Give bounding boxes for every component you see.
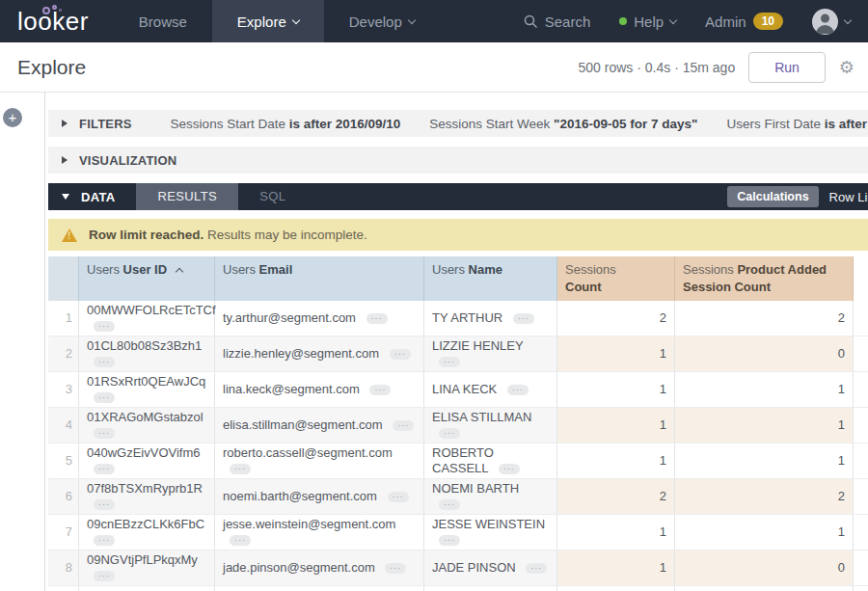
cell-user-id[interactable]: 0Ai6GNCGszHC4qlF ··· — [79, 586, 215, 591]
cell-user-id[interactable]: 01CL80b08Sz3Bzh1 ··· — [79, 336, 215, 371]
filter-item[interactable]: Sessions Start Week "2016-09-05 for 7 da… — [429, 117, 697, 131]
cell-user-id[interactable]: 09NGVtjPfLPkqxMy ··· — [79, 551, 215, 585]
tab-sql[interactable]: SQL — [238, 183, 307, 210]
cell-name[interactable]: JADE PINSON ··· — [424, 551, 557, 585]
nav-item-develop[interactable]: Develop — [324, 0, 440, 42]
cell-menu-icon[interactable]: ··· — [526, 563, 547, 574]
cell-menu-icon[interactable]: ··· — [513, 313, 534, 324]
nav-admin[interactable]: Admin 10 — [705, 13, 783, 30]
run-button[interactable]: Run — [748, 52, 826, 83]
cell-menu-icon[interactable]: ··· — [385, 563, 406, 574]
visualization-bar[interactable]: VISUALIZATION — [48, 147, 868, 174]
cell-email-value: jade.pinson@segment.com ··· — [223, 560, 406, 576]
cell-name[interactable]: TY ARTHUR ··· — [424, 301, 557, 336]
cell-name[interactable]: ROBERTO CASSELL ··· — [424, 443, 557, 478]
column-header-product-added-session-count[interactable]: Sessions Product Added Session Count — [675, 256, 854, 301]
cell-sessions-count[interactable]: 2 — [557, 479, 675, 514]
cell-menu-icon[interactable]: ··· — [439, 428, 460, 439]
cell-sessions-count[interactable]: 1 — [557, 336, 675, 371]
cell-sessions-count[interactable]: 1 — [557, 443, 675, 478]
cell-user-id[interactable]: 07f8bTSXmRyprb1R ··· — [79, 479, 215, 514]
cell-menu-icon[interactable]: ··· — [388, 492, 409, 502]
cell-email[interactable]: lizzie.henley@segment.com ··· — [215, 336, 424, 371]
nav-search[interactable]: Search — [524, 13, 591, 30]
column-header-name[interactable]: Users Name — [424, 256, 557, 301]
nav-item-explore[interactable]: Explore — [212, 0, 324, 42]
cell-product-added-session-count-value: 1 — [838, 382, 845, 397]
cell-email[interactable]: jade.pinson@segment.com ··· — [215, 551, 424, 585]
cell-sessions-count[interactable]: 2 — [557, 301, 675, 336]
cell-name[interactable]: JESSE WEINSTEIN ··· — [424, 515, 557, 550]
cell-email[interactable]: noemi.barth@segment.com ··· — [215, 479, 424, 514]
cell-menu-icon[interactable]: ··· — [439, 357, 460, 367]
nav-help[interactable]: Help — [619, 13, 676, 30]
cell-user-id[interactable]: 040wGzEivVOVifm6 ··· — [79, 443, 215, 478]
nav-user-menu[interactable] — [812, 9, 851, 35]
cell-email[interactable]: jamal.keefe@segment.com ··· — [215, 586, 424, 591]
cell-user-id[interactable]: 01XRAGoMGstabzol ··· — [79, 408, 215, 443]
cell-user-id[interactable]: 09cnEBzzCLKk6FbC ··· — [79, 515, 215, 550]
cell-menu-icon[interactable]: ··· — [94, 357, 115, 367]
cell-name[interactable]: LIZZIE HENLEY ··· — [424, 336, 557, 371]
cell-email[interactable]: elisa.stillman@segment.com ··· — [215, 408, 424, 443]
cell-menu-icon[interactable]: ··· — [393, 420, 414, 431]
table-row: 201CL80b08Sz3Bzh1 ···lizzie.henley@segme… — [48, 336, 868, 372]
cell-email[interactable]: ty.arthur@segment.com ··· — [215, 301, 424, 336]
cell-menu-icon[interactable]: ··· — [390, 349, 411, 360]
filter-item[interactable]: Users First Date is after 2016/09/10 — [727, 117, 868, 131]
cell-menu-icon[interactable]: ··· — [439, 499, 460, 510]
cell-menu-icon[interactable]: ··· — [230, 535, 251, 546]
caret-down-icon[interactable] — [62, 194, 69, 200]
cell-product-added-session-count[interactable]: 0 — [675, 336, 854, 371]
cell-product-added-session-count[interactable]: 1 — [675, 515, 854, 550]
cell-product-added-session-count[interactable]: 1 — [675, 408, 854, 443]
cell-product-added-session-count[interactable]: 1 — [675, 586, 854, 591]
cell-product-added-session-count[interactable]: 0 — [675, 551, 854, 585]
gear-icon[interactable]: ⚙ — [839, 59, 854, 76]
cell-product-added-session-count[interactable]: 1 — [675, 443, 854, 478]
cell-sessions-count[interactable]: 1 — [557, 586, 675, 591]
cell-sessions-count[interactable]: 1 — [557, 372, 675, 407]
cell-menu-icon[interactable]: ··· — [366, 313, 388, 324]
cell-product-added-session-count[interactable]: 1 — [675, 372, 854, 407]
cell-email[interactable]: roberto.cassell@segment.com ··· — [215, 443, 424, 478]
cell-menu-icon[interactable]: ··· — [94, 392, 115, 403]
cell-sessions-count[interactable]: 1 — [557, 515, 675, 550]
nav-item-browse[interactable]: Browse — [114, 0, 212, 42]
column-header-sessions-count[interactable]: Sessions Count — [557, 256, 675, 301]
cell-menu-icon[interactable]: ··· — [439, 535, 460, 546]
cell-menu-icon[interactable]: ··· — [94, 321, 115, 332]
cell-user-id[interactable]: 01RSxRrt0QEAwJCq ··· — [79, 372, 215, 407]
cell-name[interactable]: JAMAL KEEFE ··· — [424, 586, 557, 591]
filters-bar[interactable]: FILTERS Sessions Start Date is after 201… — [48, 110, 868, 137]
cell-menu-icon[interactable]: ··· — [507, 385, 529, 395]
cell-menu-icon[interactable]: ··· — [94, 535, 115, 546]
cell-user-id[interactable]: 00MWWFOLRcETcTCf ··· — [79, 301, 215, 336]
cell-sessions-count[interactable]: 1 — [557, 551, 675, 585]
cell-product-added-session-count[interactable]: 2 — [675, 301, 854, 336]
filter-item[interactable]: Sessions Start Date is after 2016/09/10 — [171, 117, 401, 131]
looker-logo[interactable]: looker — [0, 0, 114, 42]
cell-email[interactable]: jesse.weinstein@segment.com ··· — [215, 515, 424, 550]
cell-menu-icon[interactable]: ··· — [499, 464, 520, 474]
cell-menu-icon[interactable]: ··· — [94, 428, 115, 439]
cell-sessions-count[interactable]: 1 — [557, 408, 675, 443]
column-header-email[interactable]: Users Email — [215, 256, 424, 301]
calculations-button[interactable]: Calculations — [727, 186, 818, 207]
cell-menu-icon[interactable]: ··· — [94, 571, 115, 581]
cell-product-added-session-count[interactable]: 2 — [675, 479, 854, 514]
add-field-button[interactable]: + — [3, 108, 22, 127]
cell-user-id-value: 040wGzEivVOVifm6 ··· — [87, 445, 206, 476]
column-header-user-id[interactable]: Users User ID — [79, 256, 215, 301]
cell-name[interactable]: NOEMI BARTH ··· — [424, 479, 557, 514]
tab-results[interactable]: RESULTS — [136, 183, 238, 210]
cell-menu-icon[interactable]: ··· — [369, 385, 391, 395]
cell-menu-icon[interactable]: ··· — [94, 499, 115, 510]
sort-asc-icon — [175, 268, 182, 276]
data-label[interactable]: DATA — [81, 190, 115, 204]
cell-email[interactable]: lina.keck@segment.com ··· — [215, 372, 424, 407]
cell-menu-icon[interactable]: ··· — [230, 464, 251, 474]
cell-name[interactable]: ELISA STILLMAN ··· — [424, 408, 557, 443]
cell-menu-icon[interactable]: ··· — [94, 464, 115, 474]
cell-name[interactable]: LINA KECK ··· — [424, 372, 557, 407]
